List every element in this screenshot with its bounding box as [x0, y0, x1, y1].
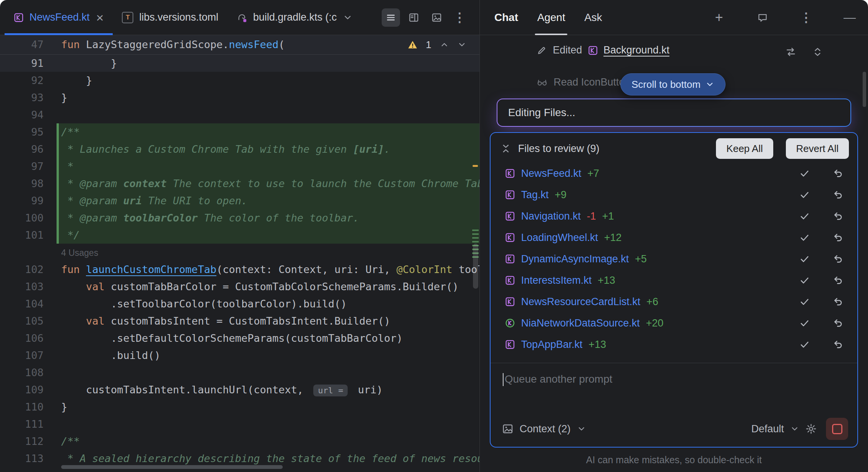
keep-change-button[interactable] [799, 296, 810, 307]
file-review-row[interactable]: Navigation.kt-1+1 [491, 205, 857, 227]
file-link[interactable]: Tag.kt [521, 189, 549, 201]
code-text[interactable] [59, 415, 479, 433]
tab-agent[interactable]: Agent [537, 0, 565, 35]
code-line[interactable]: 104 .setToolbarColor(toolbarColor).build… [0, 295, 479, 312]
file-review-row[interactable]: TopAppBar.kt+13 [491, 334, 857, 355]
keep-change-button[interactable] [799, 232, 810, 243]
revert-change-button[interactable] [833, 189, 844, 200]
editor-tab-libs-versions[interactable]: T libs.versions.toml [113, 0, 227, 35]
chat-history-icon[interactable] [753, 8, 772, 27]
file-link[interactable]: TopAppBar.kt [521, 339, 583, 351]
model-selector[interactable]: Default [751, 423, 784, 435]
more-options-icon[interactable]: ⋮ [450, 8, 469, 27]
code-line[interactable]: 91 } [0, 55, 479, 72]
gear-icon[interactable] [805, 423, 817, 435]
code-text[interactable]: .build() [59, 347, 479, 364]
file-link[interactable]: NiaNetworkDataSource.kt [521, 317, 640, 329]
line-number[interactable]: 96 [0, 141, 57, 158]
revert-change-button[interactable] [833, 296, 844, 307]
revert-change-button[interactable] [833, 168, 844, 179]
code-text[interactable]: } [59, 72, 479, 89]
code-line[interactable]: 105 val customTabsIntent = CustomTabsInt… [0, 312, 479, 330]
editor-tab-newsfeed[interactable]: NewsFeed.kt × [5, 0, 113, 35]
file-review-row[interactable]: Tag.kt+9 [491, 184, 857, 205]
file-link[interactable]: NewsFeed.kt [521, 168, 581, 179]
split-editor-icon[interactable] [405, 8, 423, 27]
file-link[interactable]: InterestsItem.kt [521, 275, 592, 286]
code-text[interactable]: .setToolbarColor(toolbarColor).build() [59, 295, 479, 312]
code-line[interactable]: 97 * [0, 158, 479, 175]
code-text[interactable]: 4 Usages [59, 244, 479, 261]
list-view-icon[interactable] [382, 8, 400, 27]
code-text[interactable]: val customTabBarColor = CustomTabColorSc… [59, 278, 479, 295]
edited-file-row[interactable]: Edited Background.kt [536, 44, 669, 56]
file-link[interactable]: NewsResourceCardList.kt [521, 296, 640, 308]
scroll-to-bottom-button[interactable]: Scroll to bottom [620, 73, 725, 95]
file-link[interactable]: LoadingWheel.kt [521, 232, 598, 244]
revert-change-button[interactable] [833, 211, 844, 221]
file-review-row[interactable]: LoadingWheel.kt+12 [491, 227, 857, 248]
code-text[interactable] [59, 106, 479, 123]
line-number[interactable]: 109 [0, 381, 57, 398]
line-number[interactable]: 112 [0, 433, 57, 450]
code-text[interactable]: .setDefaultColorSchemeParams(customTabBa… [59, 330, 479, 347]
code-line[interactable]: 106 .setDefaultColorSchemeParams(customT… [0, 330, 479, 347]
prompt-input[interactable]: Queue another prompt [491, 363, 857, 418]
chevron-down-icon[interactable] [577, 424, 586, 433]
line-number[interactable]: 94 [0, 106, 57, 123]
chevron-down-icon[interactable] [790, 424, 799, 433]
code-text[interactable]: * Launches a Custom Chrome Tab with the … [59, 141, 479, 158]
expand-collapse-icon[interactable] [812, 47, 823, 57]
revert-change-button[interactable] [833, 339, 844, 350]
line-number[interactable]: 95 [0, 123, 57, 141]
line-number[interactable]: 105 [0, 312, 57, 330]
panel-scrollbar[interactable] [863, 72, 866, 107]
file-link[interactable]: Navigation.kt [521, 210, 581, 222]
code-text[interactable]: * @param context The context to use to l… [59, 175, 479, 192]
code-line[interactable]: 96 * Launches a Custom Chrome Tab with t… [0, 141, 479, 158]
code-text[interactable]: } [59, 398, 479, 415]
error-stripe[interactable] [471, 54, 479, 472]
code-text[interactable]: * @param toolbarColor The color of the t… [59, 209, 479, 226]
keep-change-button[interactable] [799, 339, 810, 350]
code-text[interactable] [59, 364, 479, 381]
code-text[interactable]: customTabsIntent.launchUrl(context, url … [59, 381, 479, 398]
line-number[interactable]: 106 [0, 330, 57, 347]
code-line[interactable]: 110} [0, 398, 479, 415]
line-number[interactable]: 97 [0, 158, 57, 175]
line-number[interactable]: 98 [0, 175, 57, 192]
code-text[interactable]: */ [59, 226, 479, 244]
hscroll-thumb[interactable] [61, 465, 283, 469]
code-line[interactable]: 92 } [0, 72, 479, 89]
file-review-row[interactable]: DynamicAsyncImage.kt+5 [491, 248, 857, 270]
keep-change-button[interactable] [799, 189, 810, 200]
code-line[interactable]: 101 */ [0, 226, 479, 244]
line-number[interactable]: 102 [0, 261, 57, 278]
next-problem-icon[interactable] [457, 40, 466, 49]
file-review-row[interactable]: NewsResourceCardList.kt+6 [491, 291, 857, 312]
keep-change-button[interactable] [799, 211, 810, 221]
line-number[interactable]: 100 [0, 209, 57, 226]
code-line[interactable]: 111 [0, 415, 479, 433]
line-number[interactable]: 47 [0, 35, 57, 54]
minimize-icon[interactable]: — [840, 8, 859, 27]
code-text[interactable]: /** [59, 433, 479, 450]
keep-change-button[interactable] [799, 275, 810, 286]
code-line[interactable]: 112/** [0, 433, 479, 450]
code-line[interactable]: 99 * @param uri The URI to open. [0, 192, 479, 209]
code-line[interactable]: 109 customTabsIntent.launchUrl(context, … [0, 381, 479, 398]
horizontal-scrollbar[interactable] [57, 465, 468, 470]
chevron-down-icon[interactable] [343, 13, 353, 23]
file-review-row[interactable]: NewsFeed.kt+7 [491, 163, 857, 184]
close-icon[interactable]: × [96, 11, 104, 24]
collapse-icon[interactable] [500, 143, 511, 154]
line-number[interactable] [0, 244, 57, 261]
code-line[interactable]: 95/** [0, 123, 479, 141]
keep-all-button[interactable]: Keep All [716, 138, 773, 159]
revert-change-button[interactable] [833, 232, 844, 243]
code-text[interactable]: fun launchCustomChromeTab(context: Conte… [59, 261, 479, 278]
context-selector[interactable]: Context (2) [520, 423, 571, 435]
line-number[interactable]: 91 [0, 55, 57, 72]
line-number[interactable]: 101 [0, 226, 57, 244]
line-number[interactable]: 111 [0, 415, 57, 433]
